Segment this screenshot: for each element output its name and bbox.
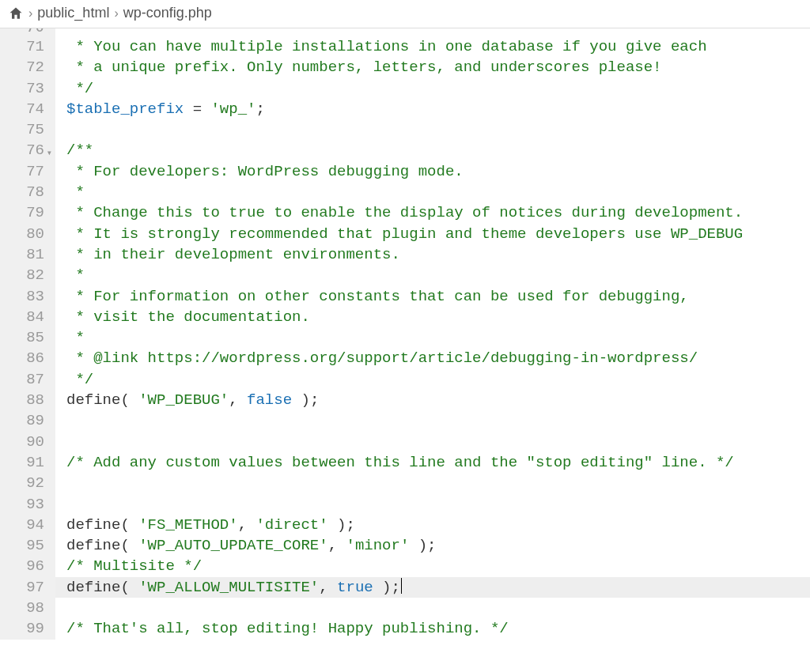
code-line[interactable]: * You can have multiple installations in… [66,36,810,57]
code-token: false [247,391,292,409]
code-token: * [66,329,85,346]
line-number: 92 [0,473,44,493]
code-line[interactable] [66,598,810,618]
code-line[interactable]: * a unique prefix. Only numbers, letters… [66,57,810,77]
chevron-right-icon: › [28,6,32,21]
code-token: * [66,183,85,201]
line-number: 87 [0,369,44,390]
code-line[interactable]: * For information on other constants tha… [66,286,810,307]
code-token: ); [328,516,355,534]
code-line[interactable] [66,119,810,140]
code-line[interactable]: * [66,327,810,348]
code-token: $table_prefix [66,100,184,118]
code-token: * You can have multiple installations in… [66,38,707,55]
code-token: * [66,266,85,284]
code-line[interactable]: /** [66,140,810,160]
line-number: 75 [0,119,44,140]
code-token: * For developers: WordPress debugging mo… [66,163,464,180]
code-token: /* That's all, stop editing! Happy publi… [66,620,509,637]
line-number: 84 [0,307,44,327]
code-line[interactable] [66,494,810,515]
code-token: , [229,391,247,409]
line-number: 88 [0,390,44,410]
code-editor[interactable]: 7172737475767778798081828384858687888990… [0,36,810,640]
line-number: 95 [0,535,44,556]
code-token: * a unique prefix. Only numbers, letters… [66,59,662,76]
code-line[interactable]: * [66,265,810,285]
code-line[interactable]: define( 'WP_DEBUG', false ); [66,390,810,410]
line-number: 77 [0,161,44,182]
code-line[interactable]: * Change this to true to enable the disp… [66,202,810,223]
breadcrumb: › public_html › wp-config.php [0,0,810,28]
chevron-right-icon: › [114,6,118,21]
code-token: , [328,537,346,554]
code-token: */ [66,80,93,97]
breadcrumb-item[interactable]: wp-config.php [123,5,212,21]
line-number: 76 [0,140,44,160]
line-number-gutter: 7172737475767778798081828384858687888990… [0,36,55,640]
line-number: 80 [0,224,44,244]
code-token: 'WP_ALLOW_MULTISITE' [138,579,319,596]
code-token: /* Multisite */ [66,557,202,575]
line-number: 86 [0,348,44,368]
code-line[interactable]: * For developers: WordPress debugging mo… [66,161,810,182]
line-number: 97 [0,577,44,598]
code-line[interactable]: * visit the documentation. [66,307,810,327]
code-token: = [184,100,210,118]
line-number: 79 [0,202,44,223]
code-token: true [337,579,373,596]
line-number: 83 [0,286,44,307]
code-line[interactable]: * It is strongly recommended that plugin… [66,224,810,244]
line-number: 99 [0,618,44,639]
code-token: 'WP_DEBUG' [138,391,229,409]
code-token: ); [409,537,436,554]
code-line[interactable]: * @link https://wordpress.org/support/ar… [66,348,810,368]
code-token: ); [292,391,319,409]
code-token: * Change this to true to enable the disp… [66,204,743,221]
code-line[interactable]: * [66,182,810,202]
code-token: */ [66,371,93,388]
code-token: , [319,579,337,596]
line-number: 98 [0,598,44,618]
code-token: 'WP_AUTO_UPDATE_CORE' [138,537,327,554]
line-number: 94 [0,515,44,535]
code-token: 'wp_' [210,100,255,118]
line-number: 89 [0,410,44,431]
home-icon[interactable] [8,6,24,21]
line-number: 73 [0,78,44,99]
code-token: 'minor' [346,537,409,554]
code-token: 'direct' [255,516,327,534]
code-line[interactable]: * in their development environments. [66,244,810,265]
code-token: * It is strongly recommended that plugin… [66,225,743,243]
code-line[interactable]: define( 'WP_ALLOW_MULTISITE', true ); [55,577,810,598]
line-number: 81 [0,244,44,265]
line-number-partial: 70 [0,28,55,36]
code-line[interactable]: /* Multisite */ [66,556,810,576]
line-number: 74 [0,99,44,119]
code-line[interactable]: */ [66,369,810,390]
code-line[interactable]: define( 'FS_METHOD', 'direct' ); [66,515,810,535]
code-line[interactable]: */ [66,78,810,99]
line-number: 93 [0,494,44,515]
line-number: 90 [0,432,44,452]
code-token: /** [66,142,93,159]
line-number: 91 [0,452,44,473]
code-line[interactable] [66,432,810,452]
code-line[interactable] [66,473,810,493]
line-number: 78 [0,182,44,202]
code-line[interactable] [66,410,810,431]
code-token: * in their development environments. [66,246,400,263]
code-token: define( [66,579,138,596]
code-area[interactable]: * You can have multiple installations in… [55,36,810,640]
text-cursor [401,578,403,594]
code-token: define( [66,537,138,554]
code-token: define( [66,391,138,409]
code-line[interactable]: $table_prefix = 'wp_'; [66,99,810,119]
line-number: 96 [0,556,44,576]
code-token: , [238,516,256,534]
code-line[interactable]: /* That's all, stop editing! Happy publi… [66,618,810,639]
code-line[interactable]: define( 'WP_AUTO_UPDATE_CORE', 'minor' )… [66,535,810,556]
breadcrumb-item[interactable]: public_html [37,5,109,21]
code-token: ; [255,100,264,118]
code-line[interactable]: /* Add any custom values between this li… [66,452,810,473]
